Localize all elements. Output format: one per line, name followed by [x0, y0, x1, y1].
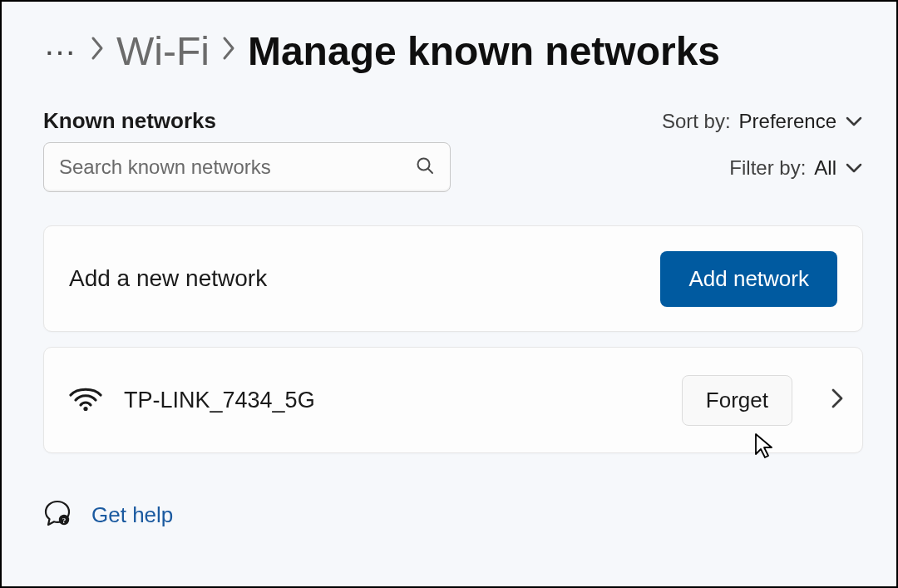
- add-network-card: Add a new network Add network: [43, 225, 863, 332]
- wifi-icon: [69, 385, 102, 415]
- search-input[interactable]: [59, 156, 415, 179]
- breadcrumb: … Wi-Fi Manage known networks: [43, 27, 863, 75]
- chevron-down-icon: [845, 116, 863, 127]
- search-box[interactable]: [43, 142, 451, 192]
- sort-by-label: Sort by:: [662, 110, 731, 133]
- svg-point-2: [83, 407, 87, 411]
- chevron-right-icon[interactable]: [831, 388, 844, 413]
- get-help-label: Get help: [91, 502, 173, 528]
- chevron-right-icon: [90, 33, 105, 68]
- breadcrumb-ellipsis[interactable]: …: [43, 27, 78, 75]
- add-network-label: Add a new network: [69, 265, 267, 292]
- help-icon: ?: [43, 500, 72, 530]
- forget-button[interactable]: Forget: [682, 375, 792, 426]
- search-icon: [415, 156, 435, 179]
- breadcrumb-wifi[interactable]: Wi-Fi: [116, 28, 210, 74]
- network-row[interactable]: TP-LINK_7434_5G Forget: [43, 347, 863, 453]
- page-title: Manage known networks: [248, 28, 720, 74]
- chevron-down-icon: [845, 162, 863, 174]
- get-help-link[interactable]: ? Get help: [43, 500, 863, 530]
- add-network-button[interactable]: Add network: [660, 251, 837, 307]
- filter-by-dropdown[interactable]: Filter by: All: [729, 156, 863, 180]
- filter-by-value: All: [814, 156, 836, 180]
- network-name: TP-LINK_7434_5G: [124, 388, 660, 413]
- svg-text:?: ?: [62, 516, 67, 525]
- filter-by-label: Filter by:: [729, 156, 806, 180]
- section-heading: Known networks: [43, 108, 451, 134]
- svg-line-1: [428, 169, 432, 173]
- sort-by-dropdown[interactable]: Sort by: Preference: [662, 110, 863, 133]
- sort-by-value: Preference: [739, 110, 836, 133]
- chevron-right-icon: [221, 33, 236, 68]
